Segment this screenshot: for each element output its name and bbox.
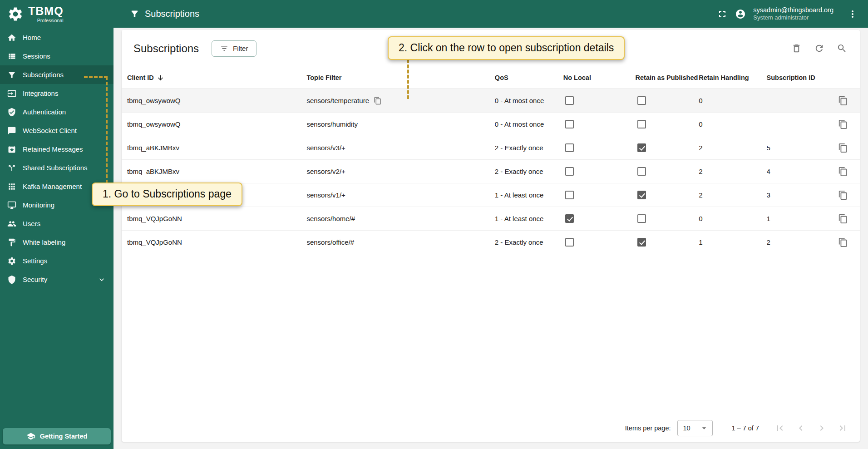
refresh-icon[interactable] bbox=[814, 43, 824, 54]
school-icon bbox=[26, 432, 35, 441]
user-avatar-icon[interactable] bbox=[735, 9, 746, 20]
sidebar-menu: Home Sessions Subscriptions Integrations… bbox=[0, 28, 113, 449]
fullscreen-icon[interactable] bbox=[717, 9, 728, 20]
app-root: TBMQ Professional Home Sessions Subscrip… bbox=[0, 0, 868, 449]
sidebar-item-retained-messages[interactable]: Retained Messages bbox=[0, 140, 113, 158]
sidebar-item-home[interactable]: Home bbox=[0, 28, 113, 47]
column-header-no-local[interactable]: No Local bbox=[563, 74, 636, 81]
qos-cell: 1 - At least once bbox=[495, 191, 563, 199]
copy-subscription-icon[interactable] bbox=[838, 143, 848, 153]
sidebar-item-white-labeling[interactable]: White labeling bbox=[0, 233, 113, 252]
no-local-checkbox[interactable] bbox=[565, 143, 574, 152]
table-row[interactable]: tbmq_VQJpGoNN sensors/home/# 1 - At leas… bbox=[122, 207, 860, 231]
retain-as-published-checkbox[interactable] bbox=[637, 191, 646, 199]
items-per-page-select[interactable]: 10 bbox=[677, 420, 713, 436]
previous-page-button[interactable] bbox=[795, 423, 806, 434]
sidebar-item-security[interactable]: Security bbox=[0, 270, 113, 289]
retain-as-published-cell bbox=[636, 238, 699, 247]
filter-button[interactable]: Filter bbox=[212, 40, 256, 57]
sidebar-item-authentication[interactable]: Authentication bbox=[0, 103, 113, 121]
no-local-checkbox[interactable] bbox=[565, 167, 574, 176]
sidebar-item-settings[interactable]: Settings bbox=[0, 252, 113, 270]
client-id-cell: tbmq_owsywowQ bbox=[127, 97, 306, 104]
column-header-subscription-id[interactable]: Subscription ID bbox=[767, 74, 833, 81]
sidebar-item-icon bbox=[7, 70, 16, 79]
column-header-topic-filter[interactable]: Topic Filter bbox=[306, 74, 494, 81]
more-menu-icon[interactable] bbox=[847, 9, 858, 20]
first-page-button[interactable] bbox=[774, 423, 785, 434]
no-local-checkbox[interactable] bbox=[565, 120, 574, 128]
sort-arrow-down-icon[interactable] bbox=[157, 74, 164, 82]
sidebar-item-label: Monitoring bbox=[23, 201, 54, 209]
retain-handling-cell: 2 bbox=[699, 168, 766, 175]
paginator: Items per page: 10 1 – 7 of 7 bbox=[122, 414, 860, 442]
copy-topic-icon[interactable] bbox=[374, 97, 382, 105]
next-page-button[interactable] bbox=[816, 423, 827, 434]
column-header-retain-handling[interactable]: Retain Handling bbox=[699, 74, 766, 81]
copy-subscription-icon[interactable] bbox=[838, 167, 848, 177]
sidebar-item-icon bbox=[7, 108, 16, 117]
retain-as-published-checkbox[interactable] bbox=[637, 167, 646, 176]
sidebar-item-icon bbox=[7, 201, 16, 210]
table-row[interactable]: tbmq_owsywowQ sensors/humidity 0 - At mo… bbox=[122, 113, 860, 136]
topic-filter-cell: sensors/v2/+ bbox=[306, 168, 494, 175]
retain-as-published-checkbox[interactable] bbox=[637, 96, 646, 105]
retain-as-published-cell bbox=[636, 120, 699, 128]
copy-subscription-icon[interactable] bbox=[838, 214, 848, 224]
client-id-cell: tbmq_VQJpGoNN bbox=[127, 238, 306, 246]
sidebar: TBMQ Professional Home Sessions Subscrip… bbox=[0, 0, 113, 449]
subscription-id-cell: 3 bbox=[767, 191, 833, 199]
copy-subscription-icon[interactable] bbox=[838, 96, 848, 106]
retain-as-published-checkbox[interactable] bbox=[637, 120, 646, 128]
sidebar-item-icon bbox=[7, 126, 16, 135]
sidebar-item-label: White labeling bbox=[23, 238, 65, 246]
qos-cell: 1 - At least once bbox=[495, 215, 563, 222]
table-row[interactable]: tbmq_VQJpGoNN sensors/office/# 2 - Exact… bbox=[122, 231, 860, 254]
search-icon[interactable] bbox=[837, 43, 847, 54]
qos-cell: 2 - Exactly once bbox=[495, 144, 563, 152]
sidebar-item-websocket-client[interactable]: WebSocket Client bbox=[0, 121, 113, 140]
page-title: Subscriptions bbox=[130, 9, 199, 19]
column-header-client-id[interactable]: Client ID bbox=[127, 74, 306, 82]
retain-as-published-checkbox[interactable] bbox=[637, 214, 646, 223]
subscription-id-cell: 4 bbox=[767, 168, 833, 175]
delete-icon[interactable] bbox=[791, 43, 802, 54]
client-id-cell: tbmq_aBKJMBxv bbox=[127, 144, 306, 152]
logo[interactable]: TBMQ Professional bbox=[0, 0, 113, 28]
annotation-connector-step2 bbox=[407, 59, 409, 99]
sidebar-item-label: Users bbox=[23, 220, 40, 227]
no-local-cell bbox=[563, 191, 636, 199]
sidebar-item-label: Settings bbox=[23, 257, 47, 265]
retain-as-published-checkbox[interactable] bbox=[637, 143, 646, 152]
table-row[interactable]: tbmq_aBKJMBxv sensors/v3/+ 2 - Exactly o… bbox=[122, 136, 860, 160]
no-local-checkbox[interactable] bbox=[565, 214, 574, 223]
copy-subscription-icon[interactable] bbox=[838, 237, 848, 247]
retain-as-published-cell bbox=[636, 143, 699, 152]
last-page-button[interactable] bbox=[837, 423, 848, 434]
sidebar-item-icon bbox=[7, 182, 16, 191]
sidebar-item-integrations[interactable]: Integrations bbox=[0, 84, 113, 103]
sidebar-item-users[interactable]: Users bbox=[0, 214, 113, 233]
column-header-retain-as-published[interactable]: Retain as Published bbox=[636, 74, 699, 81]
copy-subscription-icon[interactable] bbox=[838, 119, 848, 129]
page-range-label: 1 – 7 of 7 bbox=[732, 424, 759, 432]
sidebar-item-icon bbox=[7, 33, 16, 42]
annotation-connector-horizontal bbox=[84, 76, 108, 78]
funnel-icon bbox=[130, 9, 139, 19]
table-row[interactable]: tbmq_aBKJMBxv sensors/v2/+ 2 - Exactly o… bbox=[122, 160, 860, 183]
sidebar-item-subscriptions[interactable]: Subscriptions bbox=[0, 65, 113, 84]
column-header-qos[interactable]: QoS bbox=[495, 74, 563, 81]
no-local-checkbox[interactable] bbox=[565, 96, 574, 105]
getting-started-button[interactable]: Getting Started bbox=[3, 428, 111, 444]
retain-as-published-cell bbox=[636, 214, 699, 223]
sidebar-item-icon bbox=[7, 145, 16, 154]
retain-as-published-checkbox[interactable] bbox=[637, 238, 646, 247]
copy-subscription-icon[interactable] bbox=[838, 190, 848, 200]
no-local-checkbox[interactable] bbox=[565, 191, 574, 199]
sidebar-item-shared-subscriptions[interactable]: Shared Subscriptions bbox=[0, 158, 113, 177]
no-local-cell bbox=[563, 120, 636, 128]
sidebar-item-sessions[interactable]: Sessions bbox=[0, 47, 113, 65]
tbmq-logo-icon bbox=[7, 6, 24, 22]
table-row[interactable]: tbmq_owsywowQ sensors/temperature 0 - At… bbox=[122, 89, 860, 113]
no-local-checkbox[interactable] bbox=[565, 238, 574, 247]
